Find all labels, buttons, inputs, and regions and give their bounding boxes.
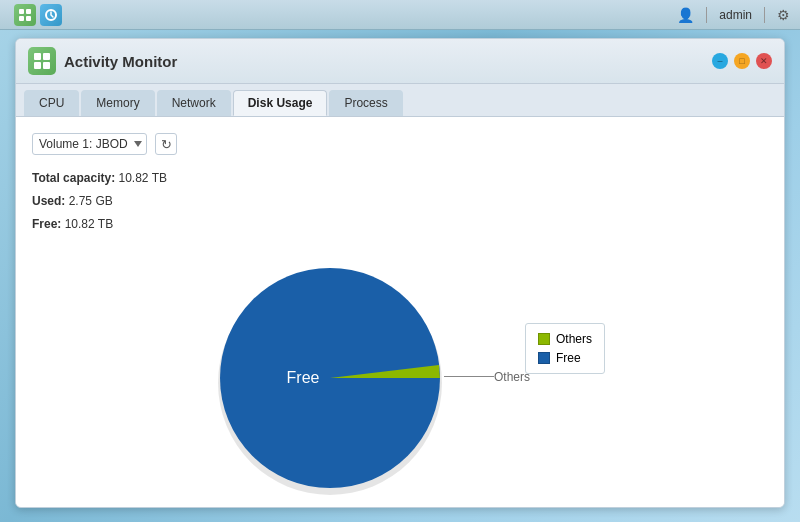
svg-rect-8: [43, 62, 50, 69]
chart-legend: Others Free: [525, 323, 605, 374]
svg-rect-5: [34, 53, 41, 60]
tab-disk-usage[interactable]: Disk Usage: [233, 90, 328, 116]
svg-rect-1: [26, 9, 31, 14]
chart-area: Free Others Others Free: [32, 243, 768, 507]
legend-color-free: [538, 352, 550, 364]
total-capacity-label: Total capacity:: [32, 171, 115, 185]
top-bar-user-section: 👤 admin ⚙: [677, 7, 790, 23]
minimize-button[interactable]: –: [712, 53, 728, 69]
used-label: Used:: [32, 194, 65, 208]
volume-row: Volume 1: JBOD ↻: [32, 133, 768, 155]
disk-stats: Total capacity: 10.82 TB Used: 2.75 GB F…: [32, 169, 768, 233]
tab-process[interactable]: Process: [329, 90, 402, 116]
settings-icon[interactable]: ⚙: [777, 7, 790, 23]
legend-color-others: [538, 333, 550, 345]
free-line: Free: 10.82 TB: [32, 215, 768, 233]
tab-network[interactable]: Network: [157, 90, 231, 116]
volume-selector[interactable]: Volume 1: JBOD: [32, 133, 147, 155]
total-capacity-line: Total capacity: 10.82 TB: [32, 169, 768, 187]
used-value: 2.75 GB: [69, 194, 113, 208]
svg-rect-7: [34, 62, 41, 69]
top-bar-apps: [14, 4, 62, 26]
free-value: 10.82 TB: [65, 217, 113, 231]
free-label: Free:: [32, 217, 61, 231]
svg-rect-0: [19, 9, 24, 14]
total-capacity-value: 10.82 TB: [118, 171, 166, 185]
pie-label-others: Others: [494, 370, 530, 384]
svg-rect-3: [26, 16, 31, 21]
username-label: admin: [719, 8, 752, 22]
refresh-button[interactable]: ↻: [155, 133, 177, 155]
window-title: Activity Monitor: [64, 53, 177, 70]
connector-line: [444, 376, 494, 377]
pie-others-annotation: Others: [444, 370, 530, 384]
legend-label-others: Others: [556, 332, 592, 346]
svg-rect-6: [43, 53, 50, 60]
taskbar-icon-2[interactable]: [40, 4, 62, 26]
top-bar: 👤 admin ⚙: [0, 0, 800, 30]
legend-label-free: Free: [556, 351, 581, 365]
pie-chart-container: Free Others: [195, 243, 465, 507]
maximize-button[interactable]: □: [734, 53, 750, 69]
tab-bar: CPU Memory Network Disk Usage Process: [16, 84, 784, 117]
legend-item-others: Others: [538, 332, 592, 346]
window-title-left: Activity Monitor: [28, 47, 177, 75]
window-controls: – □ ✕: [712, 53, 772, 69]
divider: [706, 7, 707, 23]
svg-rect-2: [19, 16, 24, 21]
activity-monitor-window: Activity Monitor – □ ✕ CPU Memory Networ…: [15, 38, 785, 508]
tab-cpu[interactable]: CPU: [24, 90, 79, 116]
divider2: [764, 7, 765, 23]
app-icon: [28, 47, 56, 75]
legend-item-free: Free: [538, 351, 592, 365]
used-line: Used: 2.75 GB: [32, 192, 768, 210]
taskbar-icon-1[interactable]: [14, 4, 36, 26]
pie-chart-svg: [195, 243, 465, 507]
tab-memory[interactable]: Memory: [81, 90, 154, 116]
close-button[interactable]: ✕: [756, 53, 772, 69]
user-icon: 👤: [677, 7, 694, 23]
window-content: Volume 1: JBOD ↻ Total capacity: 10.82 T…: [16, 117, 784, 507]
window-title-bar: Activity Monitor – □ ✕: [16, 39, 784, 84]
